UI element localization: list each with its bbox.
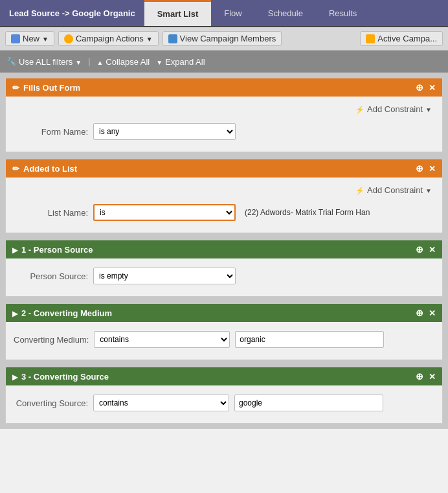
fills-form-constraint-row: Add Constraint — [14, 103, 434, 115]
view-icon — [168, 34, 177, 43]
list-name-select[interactable]: is is any is not — [93, 204, 236, 221]
added-to-list-body: Add Constraint List Name: is is any is n… — [6, 178, 442, 233]
top-nav: Lead Source -> Google Organic Smart List… — [0, 0, 448, 27]
active-icon — [366, 34, 375, 43]
active-campaign-label: Active Campa... — [377, 34, 437, 43]
converting-source-input[interactable] — [234, 395, 383, 411]
converting-medium-title: 2 - Converting Medium — [21, 308, 112, 318]
converting-medium-add-icon[interactable] — [416, 308, 423, 318]
tab-results[interactable]: Results — [316, 0, 370, 26]
campaign-actions-label: Campaign Actions — [76, 34, 144, 43]
person-source-card: 1 - Person Source Person Source: is empt… — [5, 240, 443, 297]
converting-medium-label: Converting Medium: — [14, 335, 89, 345]
converting-source-title: 3 - Converting Source — [21, 372, 109, 382]
filter-chevron-icon — [75, 57, 82, 67]
new-button[interactable]: New — [5, 31, 54, 46]
added-list-add-icon[interactable] — [416, 163, 423, 174]
converting-source-close-icon[interactable] — [429, 371, 436, 382]
collapse-all-button[interactable]: Collapse All — [96, 57, 150, 67]
person-source-row: Person Source: is empty is is not contai… — [14, 265, 434, 287]
tab-flow[interactable]: Flow — [211, 0, 254, 26]
converting-source-body: Converting Source: contains is is not is… — [6, 385, 442, 423]
filter-separator: | — [88, 57, 90, 66]
fills-out-form-body: Add Constraint Form Name: is any is is n… — [6, 97, 442, 152]
converting-medium-select[interactable]: contains is is not is empty — [94, 331, 230, 348]
person-source-select[interactable]: is empty is is not contains — [93, 268, 236, 284]
collapse-all-label: Collapse All — [106, 57, 150, 67]
campaign-chevron-icon — [146, 34, 153, 43]
added-list-pencil-icon — [12, 164, 19, 174]
content-area: Fills Out Form Add Constraint Form Name:… — [0, 73, 448, 429]
added-to-list-card: Added to List Add Constraint List Name: … — [5, 159, 443, 233]
form-name-select[interactable]: is any is is not contains — [93, 123, 236, 140]
person-source-header: 1 - Person Source — [6, 240, 442, 258]
converting-medium-close-icon[interactable] — [429, 308, 436, 318]
person-source-add-icon[interactable] — [416, 244, 423, 255]
new-icon — [11, 34, 20, 43]
converting-medium-card: 2 - Converting Medium Converting Medium:… — [5, 303, 443, 360]
fills-form-add-icon[interactable] — [416, 82, 423, 93]
tab-schedule[interactable]: Schedule — [255, 0, 316, 26]
breadcrumb-text: Lead Source -> Google Organic — [9, 8, 135, 18]
fills-form-add-constraint-label: Add Constraint — [367, 104, 423, 114]
expand-all-label: Expand All — [165, 57, 205, 67]
form-name-label: Form Name: — [14, 127, 88, 137]
toolbar: New Campaign Actions View Campaign Membe… — [0, 27, 448, 51]
fills-form-name-row: Form Name: is any is is not contains — [14, 120, 434, 143]
filter-wrench-icon: 🔧 — [6, 57, 16, 66]
converting-source-select[interactable]: contains is is not is empty — [93, 395, 229, 411]
campaign-icon — [64, 34, 73, 43]
view-campaign-members-button[interactable]: View Campaign Members — [162, 31, 282, 46]
added-to-list-title: Added to List — [23, 164, 77, 174]
converting-source-header: 3 - Converting Source — [6, 367, 442, 385]
collapse-icon — [96, 57, 103, 67]
fills-out-form-header: Fills Out Form — [6, 78, 442, 97]
converting-medium-input[interactable] — [235, 331, 384, 348]
added-list-name-row: List Name: is is any is not (22) Adwords… — [14, 201, 434, 224]
expand-all-button[interactable]: Expand All — [156, 57, 205, 67]
person-source-close-icon[interactable] — [429, 244, 436, 255]
active-campaign-button[interactable]: Active Campa... — [360, 31, 443, 46]
campaign-actions-button[interactable]: Campaign Actions — [58, 31, 159, 46]
converting-source-add-icon[interactable] — [416, 371, 423, 382]
breadcrumb: Lead Source -> Google Organic — [0, 0, 144, 26]
converting-source-card: 3 - Converting Source Converting Source:… — [5, 367, 443, 424]
converting-medium-header: 2 - Converting Medium — [6, 304, 442, 322]
person-source-arrow-icon — [12, 245, 17, 255]
view-campaign-members-label: View Campaign Members — [180, 34, 276, 43]
constraint-chevron-icon2 — [425, 185, 432, 195]
constraint-icon — [355, 104, 364, 114]
fills-out-form-card: Fills Out Form Add Constraint Form Name:… — [5, 78, 443, 152]
filter-bar: 🔧 Use ALL filters | Collapse All Expand … — [0, 51, 448, 73]
fills-out-form-title: Fills Out Form — [23, 83, 80, 93]
person-source-body: Person Source: is empty is is not contai… — [6, 258, 442, 296]
fills-form-close-icon[interactable] — [429, 82, 436, 93]
constraint-icon2 — [355, 185, 364, 195]
converting-source-label: Converting Source: — [14, 398, 88, 408]
new-chevron-icon — [42, 34, 49, 43]
expand-icon — [156, 57, 162, 67]
fills-form-add-constraint-button[interactable]: Add Constraint — [353, 103, 434, 115]
converting-source-row: Converting Source: contains is is not is… — [14, 392, 434, 414]
added-list-close-icon[interactable] — [429, 163, 436, 174]
fills-form-pencil-icon — [12, 83, 19, 93]
person-source-title: 1 - Person Source — [21, 245, 93, 255]
added-list-add-constraint-label: Add Constraint — [367, 185, 423, 195]
added-list-constraint-row: Add Constraint — [14, 184, 434, 196]
constraint-chevron-icon — [425, 104, 432, 114]
converting-medium-body: Converting Medium: contains is is not is… — [6, 322, 442, 360]
converting-medium-row: Converting Medium: contains is is not is… — [14, 328, 434, 350]
list-extra-value: (22) Adwords- Matrix Trial Form Han — [241, 208, 374, 217]
tab-smart-list[interactable]: Smart List — [144, 0, 212, 26]
converting-medium-arrow-icon — [12, 308, 17, 318]
added-list-add-constraint-button[interactable]: Add Constraint — [353, 184, 434, 196]
use-all-label: Use ALL filters — [19, 57, 73, 67]
converting-source-arrow-icon — [12, 372, 17, 382]
person-source-label: Person Source: — [14, 271, 88, 281]
new-label: New — [23, 34, 39, 43]
added-to-list-header: Added to List — [6, 159, 442, 178]
list-name-label: List Name: — [14, 208, 88, 218]
use-all-filters[interactable]: 🔧 Use ALL filters — [6, 57, 82, 67]
